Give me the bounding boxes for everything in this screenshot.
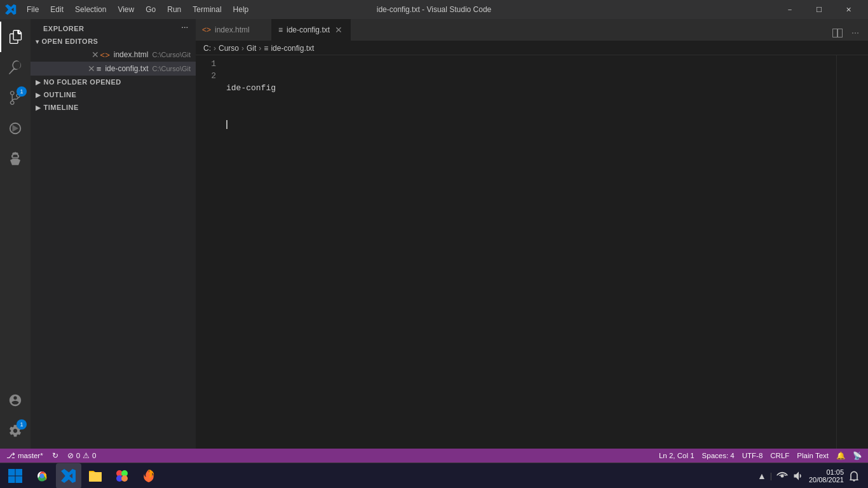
window-title: ide-config.txt - Visual Studio Code: [377, 5, 492, 14]
sidebar-menu-icon[interactable]: ⋯: [181, 24, 189, 32]
titlebar-menu: File Edit Selection View Go Run Terminal…: [22, 3, 254, 17]
branch-name: master*: [18, 452, 43, 459]
start-button[interactable]: [3, 463, 28, 489]
menu-selection[interactable]: Selection: [70, 3, 111, 17]
settings-badge: 1: [17, 419, 27, 430]
editor-tabs: <> index.html ≡ ide-config.txt ✕ ⋯: [196, 19, 868, 41]
code-line-1: ide-config: [226, 82, 836, 94]
volume-icon[interactable]: [792, 470, 805, 482]
date: 20/08/2021: [809, 476, 844, 484]
index-html-name: index.html: [114, 50, 149, 59]
timeline-label: TIMELINE: [44, 104, 79, 111]
statusbar: ⎇ master* ↻ ⊘ 0 ⚠ 0 Ln 2, Col 1 Spaces: …: [0, 449, 868, 463]
menu-go[interactable]: Go: [140, 3, 161, 17]
breadcrumb: C: › Curso › Git › ≡ ide-config.txt: [196, 41, 868, 55]
extensions-activity-icon[interactable]: [0, 144, 31, 174]
file-close-ide-config[interactable]: ✕: [86, 64, 97, 74]
settings-activity-icon[interactable]: 1: [0, 416, 31, 446]
explorer-activity-icon[interactable]: [0, 22, 31, 52]
spaces-text: Spaces: 4: [702, 452, 735, 459]
menu-view[interactable]: View: [112, 3, 139, 17]
network-icon[interactable]: [776, 470, 789, 482]
text-cursor: [226, 120, 227, 129]
outline-section[interactable]: ▶ OUTLINE: [31, 88, 196, 101]
breadcrumb-file[interactable]: ≡ ide-config.txt: [264, 44, 314, 53]
taskbar: ▲ | 01:05 20/08/2021: [0, 463, 868, 488]
sync-status[interactable]: ↻: [48, 449, 62, 463]
tab-html-icon: <>: [202, 25, 211, 34]
notification-icon[interactable]: [848, 470, 860, 482]
eol-status[interactable]: CRLF: [766, 449, 793, 463]
time: 01:05: [809, 468, 844, 476]
minimize-button[interactable]: −: [775, 0, 804, 19]
branch-status[interactable]: ⎇ master*: [3, 449, 47, 463]
notification-bell[interactable]: 🔔: [832, 449, 849, 463]
file-item-index-html[interactable]: ✕ <> index.html C:\Curso\Git: [31, 48, 196, 62]
tabs-end-actions: ⋯: [830, 25, 868, 41]
tray-icon-1[interactable]: ▲: [757, 471, 766, 481]
clock-display[interactable]: 01:05 20/08/2021: [809, 468, 844, 484]
split-editor-button[interactable]: [830, 25, 845, 41]
breadcrumb-curso[interactable]: Curso: [219, 44, 239, 53]
breadcrumb-git[interactable]: Git: [247, 44, 256, 53]
tab-close-ide-config[interactable]: ✕: [334, 25, 344, 35]
html-file-icon: <>: [100, 50, 110, 60]
ide-config-path: C:\Curso\Git: [152, 65, 191, 72]
broadcast-status[interactable]: 📡: [849, 449, 865, 463]
close-button[interactable]: ✕: [834, 0, 863, 19]
editor-area: <> index.html ≡ ide-config.txt ✕ ⋯ C: › …: [196, 19, 868, 449]
titlebar: File Edit Selection View Go Run Terminal…: [0, 0, 868, 19]
spaces-status[interactable]: Spaces: 4: [698, 449, 738, 463]
open-editors-section[interactable]: ▾ OPEN EDITORS: [31, 35, 196, 48]
file-close-index[interactable]: ✕: [90, 50, 100, 60]
code-content[interactable]: ide-config: [221, 55, 836, 449]
git-branch-icon: ⎇: [6, 451, 15, 460]
warning-count: 0: [92, 452, 96, 459]
svg-point-7: [121, 475, 128, 482]
error-icon: ⊘: [67, 451, 74, 460]
code-editor[interactable]: 1 2 ide-config: [196, 55, 868, 449]
more-actions-button[interactable]: ⋯: [848, 25, 863, 41]
file-item-ide-config[interactable]: ✕ ≡ ide-config.txt C:\Curso\Git: [31, 62, 196, 76]
encoding-status[interactable]: UTF-8: [738, 449, 767, 463]
bell-icon: 🔔: [836, 451, 845, 460]
svg-rect-3: [89, 472, 102, 482]
menu-file[interactable]: File: [22, 3, 44, 17]
line-number-2: 2: [201, 70, 216, 82]
tray-separator: |: [770, 471, 772, 480]
account-activity-icon[interactable]: [0, 385, 31, 416]
menu-terminal[interactable]: Terminal: [187, 3, 226, 17]
activitybar-bottom: 1: [0, 385, 31, 449]
index-html-path: C:\Curso\Git: [152, 51, 191, 58]
language-text: Plain Text: [797, 452, 829, 459]
chrome-taskbar-icon[interactable]: [29, 463, 55, 489]
menu-help[interactable]: Help: [228, 3, 254, 17]
maximize-button[interactable]: ☐: [804, 0, 834, 19]
minimap: [836, 55, 868, 449]
menu-edit[interactable]: Edit: [45, 3, 69, 17]
tab-ide-config[interactable]: ≡ ide-config.txt ✕: [272, 19, 351, 41]
search-activity-icon[interactable]: [0, 52, 31, 83]
source-control-activity-icon[interactable]: 1: [0, 83, 31, 113]
menu-run[interactable]: Run: [162, 3, 186, 17]
app4-taskbar-icon[interactable]: [109, 463, 135, 489]
app5-taskbar-icon[interactable]: [136, 463, 161, 489]
open-editors-label: OPEN EDITORS: [42, 37, 98, 45]
tab-index-label: index.html: [215, 25, 250, 34]
tab-index-html[interactable]: <> index.html: [196, 19, 272, 41]
fileexplorer-taskbar-icon[interactable]: [83, 463, 108, 489]
run-activity-icon[interactable]: [0, 113, 31, 144]
line-col-text: Ln 2, Col 1: [659, 452, 695, 459]
timeline-section[interactable]: ▶ TIMELINE: [31, 101, 196, 114]
sidebar-title: EXPLORER ⋯: [31, 19, 196, 35]
timeline-chevron: ▶: [36, 104, 41, 111]
breadcrumb-c[interactable]: C:: [203, 44, 211, 53]
language-status[interactable]: Plain Text: [793, 449, 832, 463]
sync-icon: ↻: [52, 451, 58, 460]
error-count: 0: [76, 452, 80, 459]
breadcrumb-file-icon: ≡: [264, 44, 268, 53]
line-col-status[interactable]: Ln 2, Col 1: [655, 449, 698, 463]
vscode-taskbar-icon[interactable]: [56, 463, 81, 489]
errors-status[interactable]: ⊘ 0 ⚠ 0: [64, 449, 100, 463]
no-folder-section[interactable]: ▶ NO FOLDER OPENED: [31, 76, 196, 88]
